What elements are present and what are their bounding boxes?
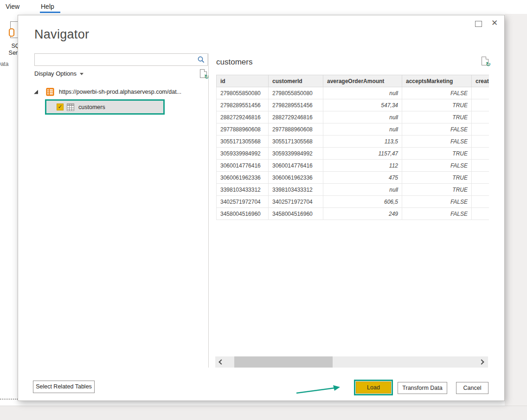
horizontal-scrollbar[interactable] [215, 356, 488, 368]
table-cell: FALSE [402, 196, 472, 208]
table-cell: 3060061962336 [217, 172, 269, 184]
table-cell [472, 99, 489, 111]
table-cell: null [323, 87, 402, 99]
table-cell: 3055171305568 [269, 136, 323, 148]
table-cell: FALSE [402, 136, 472, 148]
table-row: 30600619623363060061962336475TRUE [217, 172, 489, 184]
preview-title: customers [216, 58, 252, 67]
ribbon-group-label-data: Data [0, 61, 8, 67]
table-cell [472, 184, 489, 196]
table-cell: 249 [323, 208, 402, 220]
canvas-dotted-border [0, 399, 18, 400]
menu-item-help[interactable]: Help [41, 3, 54, 10]
table-cell: 113,5 [323, 136, 402, 148]
table-cell: 3402571972704 [217, 196, 269, 208]
refresh-tree-button[interactable]: ↻ [200, 69, 207, 78]
table-cell: 2977888960608 [269, 123, 323, 136]
table-cell: 2798055850080 [217, 87, 269, 99]
display-options-dropdown[interactable]: Display Options [34, 70, 84, 77]
dialog-title: Navigator [34, 27, 89, 42]
maximize-icon[interactable] [475, 21, 482, 27]
table-row: 29778889606082977888960608nullFALSE [217, 123, 489, 136]
navigator-dialog: ✕ Navigator Display Options ↻ https://po… [18, 15, 505, 401]
table-cell [472, 123, 489, 136]
table-cell: 606,5 [323, 196, 402, 208]
table-cell: 2882729246816 [217, 111, 269, 123]
cancel-button[interactable]: Cancel [456, 382, 488, 394]
pane-divider [208, 53, 209, 368]
menu-item-view[interactable]: View [6, 3, 19, 10]
annotation-box-load: Load [354, 380, 393, 395]
scrollbar-thumb[interactable] [234, 356, 333, 368]
tree-item-datasource[interactable]: https://powerbi-sh-prod.alphaservesp.com… [32, 86, 181, 97]
table-row: 28827292468162882729246816nullTRUE [217, 111, 489, 123]
table-cell: 1157,47 [323, 148, 402, 160]
table-cell: 3060061962336 [269, 172, 323, 184]
tree-item-customers[interactable]: ✓ customers [45, 99, 165, 115]
search-icon[interactable] [197, 56, 205, 64]
table-row: 34580045169603458004516960249FALSE [217, 208, 489, 220]
window-background-right [505, 14, 527, 420]
datasource-url: https://powerbi-sh-prod.alphaservesp.com… [59, 89, 181, 95]
search-input[interactable] [37, 55, 194, 65]
table-cell: 112 [323, 160, 402, 172]
table-cell: 3402571972704 [269, 196, 323, 208]
table-row: 34025719727043402571972704606,5FALSE [217, 196, 489, 208]
column-header: id [217, 75, 269, 87]
table-cell: TRUE [402, 184, 472, 196]
table-cell: 475 [323, 172, 402, 184]
chevron-down-icon [80, 73, 84, 75]
table-cell: TRUE [402, 172, 472, 184]
table-cell: 3059339984992 [217, 148, 269, 160]
table-cell: 2977888960608 [217, 123, 269, 136]
table-row: 30600147764163060014776416112FALSE [217, 160, 489, 172]
table-cell: 3398103433312 [217, 184, 269, 196]
customers-checkbox[interactable]: ✓ [57, 103, 64, 110]
column-header: averageOrderAmount [323, 75, 402, 87]
load-button[interactable]: Load [356, 381, 391, 394]
table-cell [472, 208, 489, 220]
table-cell [472, 172, 489, 184]
tree-expander-icon[interactable] [34, 90, 38, 94]
refresh-icon: ↻ [486, 61, 491, 68]
table-cell: null [323, 111, 402, 123]
scrollbar-track[interactable] [226, 356, 477, 368]
table-cell: 3060014776416 [269, 160, 323, 172]
preview-table-body: 27980558500802798055850080nullFALSE27982… [217, 87, 489, 220]
refresh-preview-button[interactable]: ↻ [482, 57, 488, 65]
transform-data-button[interactable]: Transform Data [398, 382, 447, 394]
table-row: 30551713055683055171305568113,5FALSE [217, 136, 489, 148]
table-cell [472, 87, 489, 99]
table-cell: 2798055850080 [269, 87, 323, 99]
close-icon[interactable]: ✕ [491, 19, 498, 28]
table-cell: 2798289551456 [217, 99, 269, 111]
annotation-arrow [292, 383, 347, 397]
search-box [34, 53, 208, 66]
tree-item-label: customers [78, 104, 105, 110]
scroll-left-icon[interactable] [215, 356, 226, 368]
window-background-bottom [0, 406, 527, 420]
table-row: 33981034333123398103433312nullTRUE [217, 184, 489, 196]
preview-table-container: idcustomerIdaverageOrderAmountacceptsMar… [216, 75, 489, 220]
table-cell: 3458004516960 [217, 208, 269, 220]
table-cell [472, 160, 489, 172]
table-cell: null [323, 184, 402, 196]
table-cell [472, 148, 489, 160]
column-header: create [472, 75, 489, 87]
table-cell: 3055171305568 [217, 136, 269, 148]
table-cell: 3059339984992 [269, 148, 323, 160]
table-cell [472, 196, 489, 208]
table-cell: 3060014776416 [217, 160, 269, 172]
menu-bar: View Help [0, 0, 527, 14]
table-cell: 3458004516960 [269, 208, 323, 220]
column-header: customerId [269, 75, 323, 87]
table-cell: FALSE [402, 87, 472, 99]
table-cell: 3398103433312 [269, 184, 323, 196]
table-cell: 547,34 [323, 99, 402, 111]
table-cell: FALSE [402, 160, 472, 172]
scroll-right-icon[interactable] [477, 356, 488, 368]
preview-table: idcustomerIdaverageOrderAmountacceptsMar… [216, 75, 489, 220]
table-row: 27980558500802798055850080nullFALSE [217, 87, 489, 99]
select-related-tables-button[interactable]: Select Related Tables [33, 381, 95, 393]
web-table-icon [46, 88, 54, 96]
